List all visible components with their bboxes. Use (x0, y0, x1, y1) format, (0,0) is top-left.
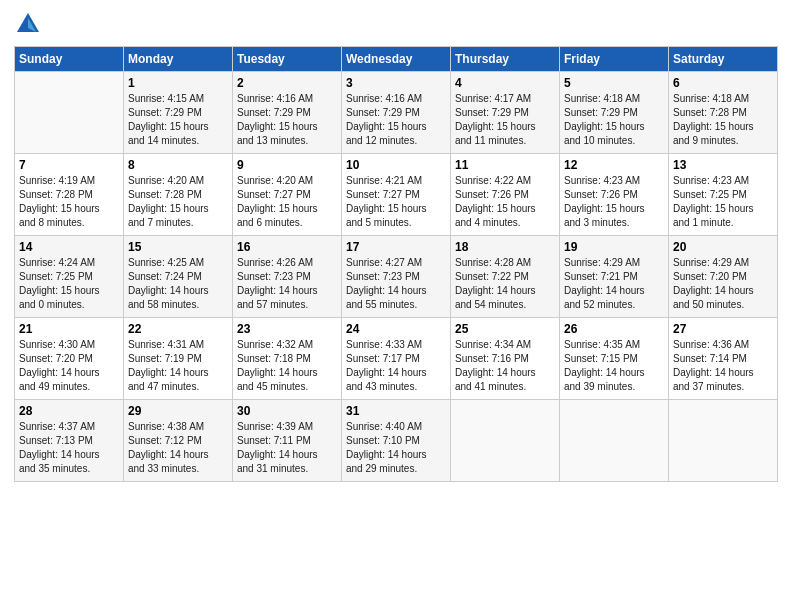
cell-w3-d1: 15Sunrise: 4:25 AMSunset: 7:24 PMDayligh… (124, 236, 233, 318)
day-info: Sunrise: 4:36 AMSunset: 7:14 PMDaylight:… (673, 338, 773, 394)
day-number: 9 (237, 158, 337, 172)
cell-w4-d6: 27Sunrise: 4:36 AMSunset: 7:14 PMDayligh… (669, 318, 778, 400)
col-saturday: Saturday (669, 47, 778, 72)
day-info: Sunrise: 4:23 AMSunset: 7:25 PMDaylight:… (673, 174, 773, 230)
cell-w2-d5: 12Sunrise: 4:23 AMSunset: 7:26 PMDayligh… (560, 154, 669, 236)
day-number: 6 (673, 76, 773, 90)
col-monday: Monday (124, 47, 233, 72)
cell-w4-d4: 25Sunrise: 4:34 AMSunset: 7:16 PMDayligh… (451, 318, 560, 400)
day-info: Sunrise: 4:38 AMSunset: 7:12 PMDaylight:… (128, 420, 228, 476)
day-info: Sunrise: 4:32 AMSunset: 7:18 PMDaylight:… (237, 338, 337, 394)
day-info: Sunrise: 4:17 AMSunset: 7:29 PMDaylight:… (455, 92, 555, 148)
cell-w4-d3: 24Sunrise: 4:33 AMSunset: 7:17 PMDayligh… (342, 318, 451, 400)
day-number: 2 (237, 76, 337, 90)
page: Sunday Monday Tuesday Wednesday Thursday… (0, 0, 792, 612)
day-info: Sunrise: 4:33 AMSunset: 7:17 PMDaylight:… (346, 338, 446, 394)
day-number: 4 (455, 76, 555, 90)
day-number: 18 (455, 240, 555, 254)
day-info: Sunrise: 4:18 AMSunset: 7:29 PMDaylight:… (564, 92, 664, 148)
day-number: 13 (673, 158, 773, 172)
day-info: Sunrise: 4:20 AMSunset: 7:27 PMDaylight:… (237, 174, 337, 230)
cell-w5-d3: 31Sunrise: 4:40 AMSunset: 7:10 PMDayligh… (342, 400, 451, 482)
cell-w3-d4: 18Sunrise: 4:28 AMSunset: 7:22 PMDayligh… (451, 236, 560, 318)
week-row-5: 28Sunrise: 4:37 AMSunset: 7:13 PMDayligh… (15, 400, 778, 482)
cell-w2-d0: 7Sunrise: 4:19 AMSunset: 7:28 PMDaylight… (15, 154, 124, 236)
col-tuesday: Tuesday (233, 47, 342, 72)
day-number: 30 (237, 404, 337, 418)
week-row-2: 7Sunrise: 4:19 AMSunset: 7:28 PMDaylight… (15, 154, 778, 236)
day-number: 28 (19, 404, 119, 418)
day-number: 12 (564, 158, 664, 172)
day-info: Sunrise: 4:15 AMSunset: 7:29 PMDaylight:… (128, 92, 228, 148)
day-number: 25 (455, 322, 555, 336)
week-row-4: 21Sunrise: 4:30 AMSunset: 7:20 PMDayligh… (15, 318, 778, 400)
col-wednesday: Wednesday (342, 47, 451, 72)
day-info: Sunrise: 4:22 AMSunset: 7:26 PMDaylight:… (455, 174, 555, 230)
day-number: 26 (564, 322, 664, 336)
day-info: Sunrise: 4:19 AMSunset: 7:28 PMDaylight:… (19, 174, 119, 230)
day-number: 31 (346, 404, 446, 418)
day-info: Sunrise: 4:25 AMSunset: 7:24 PMDaylight:… (128, 256, 228, 312)
cell-w1-d5: 5Sunrise: 4:18 AMSunset: 7:29 PMDaylight… (560, 72, 669, 154)
day-info: Sunrise: 4:18 AMSunset: 7:28 PMDaylight:… (673, 92, 773, 148)
day-info: Sunrise: 4:27 AMSunset: 7:23 PMDaylight:… (346, 256, 446, 312)
cell-w3-d0: 14Sunrise: 4:24 AMSunset: 7:25 PMDayligh… (15, 236, 124, 318)
day-number: 1 (128, 76, 228, 90)
day-number: 21 (19, 322, 119, 336)
day-info: Sunrise: 4:39 AMSunset: 7:11 PMDaylight:… (237, 420, 337, 476)
day-number: 10 (346, 158, 446, 172)
cell-w1-d6: 6Sunrise: 4:18 AMSunset: 7:28 PMDaylight… (669, 72, 778, 154)
day-info: Sunrise: 4:30 AMSunset: 7:20 PMDaylight:… (19, 338, 119, 394)
cell-w5-d5 (560, 400, 669, 482)
day-number: 19 (564, 240, 664, 254)
cell-w1-d0 (15, 72, 124, 154)
cell-w4-d2: 23Sunrise: 4:32 AMSunset: 7:18 PMDayligh… (233, 318, 342, 400)
day-info: Sunrise: 4:26 AMSunset: 7:23 PMDaylight:… (237, 256, 337, 312)
day-info: Sunrise: 4:37 AMSunset: 7:13 PMDaylight:… (19, 420, 119, 476)
day-number: 27 (673, 322, 773, 336)
cell-w2-d3: 10Sunrise: 4:21 AMSunset: 7:27 PMDayligh… (342, 154, 451, 236)
day-number: 24 (346, 322, 446, 336)
header (14, 10, 778, 38)
day-info: Sunrise: 4:16 AMSunset: 7:29 PMDaylight:… (346, 92, 446, 148)
cell-w2-d1: 8Sunrise: 4:20 AMSunset: 7:28 PMDaylight… (124, 154, 233, 236)
day-number: 23 (237, 322, 337, 336)
cell-w5-d6 (669, 400, 778, 482)
day-info: Sunrise: 4:16 AMSunset: 7:29 PMDaylight:… (237, 92, 337, 148)
header-row: Sunday Monday Tuesday Wednesday Thursday… (15, 47, 778, 72)
calendar-body: 1Sunrise: 4:15 AMSunset: 7:29 PMDaylight… (15, 72, 778, 482)
cell-w4-d1: 22Sunrise: 4:31 AMSunset: 7:19 PMDayligh… (124, 318, 233, 400)
cell-w1-d2: 2Sunrise: 4:16 AMSunset: 7:29 PMDaylight… (233, 72, 342, 154)
day-number: 22 (128, 322, 228, 336)
cell-w4-d0: 21Sunrise: 4:30 AMSunset: 7:20 PMDayligh… (15, 318, 124, 400)
day-info: Sunrise: 4:29 AMSunset: 7:21 PMDaylight:… (564, 256, 664, 312)
day-number: 20 (673, 240, 773, 254)
cell-w1-d4: 4Sunrise: 4:17 AMSunset: 7:29 PMDaylight… (451, 72, 560, 154)
cell-w5-d2: 30Sunrise: 4:39 AMSunset: 7:11 PMDayligh… (233, 400, 342, 482)
col-sunday: Sunday (15, 47, 124, 72)
day-number: 15 (128, 240, 228, 254)
day-info: Sunrise: 4:29 AMSunset: 7:20 PMDaylight:… (673, 256, 773, 312)
day-number: 5 (564, 76, 664, 90)
day-info: Sunrise: 4:31 AMSunset: 7:19 PMDaylight:… (128, 338, 228, 394)
day-info: Sunrise: 4:24 AMSunset: 7:25 PMDaylight:… (19, 256, 119, 312)
day-number: 3 (346, 76, 446, 90)
day-number: 14 (19, 240, 119, 254)
day-number: 8 (128, 158, 228, 172)
cell-w3-d3: 17Sunrise: 4:27 AMSunset: 7:23 PMDayligh… (342, 236, 451, 318)
calendar-table: Sunday Monday Tuesday Wednesday Thursday… (14, 46, 778, 482)
day-number: 11 (455, 158, 555, 172)
cell-w4-d5: 26Sunrise: 4:35 AMSunset: 7:15 PMDayligh… (560, 318, 669, 400)
day-info: Sunrise: 4:35 AMSunset: 7:15 PMDaylight:… (564, 338, 664, 394)
cell-w1-d3: 3Sunrise: 4:16 AMSunset: 7:29 PMDaylight… (342, 72, 451, 154)
logo-icon (14, 10, 42, 38)
day-number: 7 (19, 158, 119, 172)
cell-w2-d6: 13Sunrise: 4:23 AMSunset: 7:25 PMDayligh… (669, 154, 778, 236)
cell-w5-d1: 29Sunrise: 4:38 AMSunset: 7:12 PMDayligh… (124, 400, 233, 482)
cell-w2-d4: 11Sunrise: 4:22 AMSunset: 7:26 PMDayligh… (451, 154, 560, 236)
week-row-1: 1Sunrise: 4:15 AMSunset: 7:29 PMDaylight… (15, 72, 778, 154)
cell-w1-d1: 1Sunrise: 4:15 AMSunset: 7:29 PMDaylight… (124, 72, 233, 154)
day-info: Sunrise: 4:34 AMSunset: 7:16 PMDaylight:… (455, 338, 555, 394)
day-info: Sunrise: 4:20 AMSunset: 7:28 PMDaylight:… (128, 174, 228, 230)
cell-w5-d0: 28Sunrise: 4:37 AMSunset: 7:13 PMDayligh… (15, 400, 124, 482)
